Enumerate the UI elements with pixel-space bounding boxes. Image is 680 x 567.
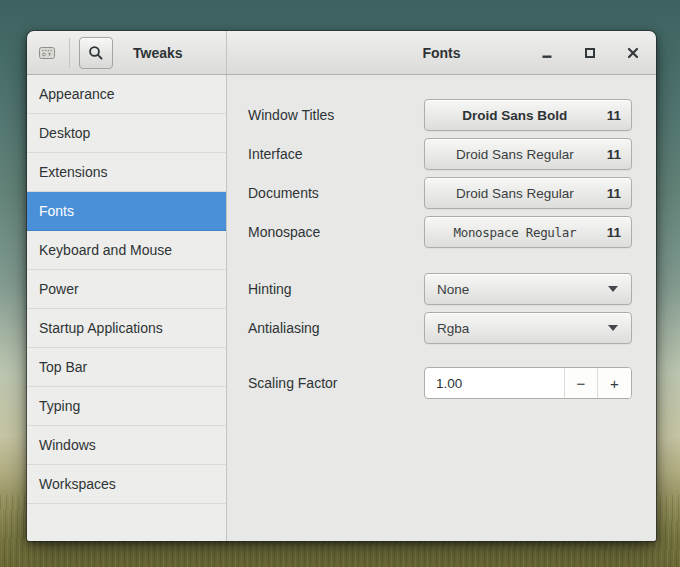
scaling-factor-value[interactable]: 1.00 — [425, 368, 564, 398]
sidebar-item-label: Fonts — [39, 203, 74, 219]
minimize-button[interactable] — [535, 41, 559, 65]
sidebar-item[interactable]: Extensions — [27, 153, 226, 192]
font-name: Droid Sans Regular — [425, 147, 605, 162]
sidebar-item[interactable]: Top Bar — [27, 348, 226, 387]
sidebar-item[interactable]: Typing — [27, 387, 226, 426]
sidebar-item[interactable]: Workspaces — [27, 465, 226, 504]
dropdown-button[interactable]: Rgba — [424, 312, 632, 344]
font-size: 11 — [605, 147, 631, 162]
font-size: 11 — [605, 108, 631, 123]
font-row-label: Monospace — [248, 224, 320, 240]
search-button[interactable] — [79, 37, 113, 69]
font-name: Monospace Regular — [425, 225, 605, 240]
rendering-settings-group: Hinting None Antialiasing Rgba — [248, 273, 632, 344]
scaling-factor-row: Scaling Factor 1.00 − + — [248, 367, 632, 399]
headerbar-left: Tweaks — [27, 31, 227, 74]
chevron-down-icon — [608, 325, 618, 331]
font-row-label: Interface — [248, 146, 302, 162]
font-size: 11 — [605, 186, 631, 201]
close-button[interactable] — [621, 41, 645, 65]
sidebar-item[interactable]: Appearance — [27, 75, 226, 114]
tweaks-app-icon — [36, 42, 58, 64]
fonts-page: Window Titles Droid Sans Bold 11 Interfa… — [227, 75, 656, 541]
font-name: Droid Sans Bold — [425, 108, 605, 123]
combo-row-label: Hinting — [248, 281, 292, 297]
app-title: Tweaks — [133, 45, 183, 61]
font-row: Monospace Monospace Regular 11 — [248, 216, 632, 248]
increase-button[interactable]: + — [597, 368, 631, 398]
headerbar: Tweaks Fonts — [27, 31, 656, 75]
maximize-icon — [582, 45, 598, 61]
dropdown-button[interactable]: None — [424, 273, 632, 305]
font-row: Window Titles Droid Sans Bold 11 — [248, 99, 632, 131]
combo-row: Hinting None — [248, 273, 632, 305]
desktop-wallpaper: Tweaks Fonts — [0, 0, 680, 567]
sidebar-item-label: Keyboard and Mouse — [39, 242, 172, 258]
tweaks-window: Tweaks Fonts — [27, 31, 656, 541]
sidebar-item-label: Appearance — [39, 86, 115, 102]
decrease-button[interactable]: − — [564, 368, 597, 398]
scaling-factor-spinner: 1.00 − + — [424, 367, 632, 399]
font-picker-button[interactable]: Droid Sans Bold 11 — [424, 99, 632, 131]
font-row: Interface Droid Sans Regular 11 — [248, 138, 632, 170]
combo-row-label: Antialiasing — [248, 320, 320, 336]
font-name: Droid Sans Regular — [425, 186, 605, 201]
sidebar: Appearance Desktop Extensions Fonts — [27, 75, 227, 541]
sidebar-item-label: Startup Applications — [39, 320, 163, 336]
sidebar-item[interactable]: Power — [27, 270, 226, 309]
sidebar-item-label: Desktop — [39, 125, 90, 141]
maximize-button[interactable] — [578, 41, 602, 65]
font-row-label: Documents — [248, 185, 319, 201]
combo-row: Antialiasing Rgba — [248, 312, 632, 344]
sidebar-item[interactable]: Keyboard and Mouse — [27, 231, 226, 270]
tweaks-app-icon-glyph — [37, 43, 57, 63]
scaling-factor-label: Scaling Factor — [248, 375, 337, 391]
headerbar-right: Fonts — [227, 31, 656, 74]
chevron-down-icon — [608, 286, 618, 292]
dropdown-selected-value: None — [425, 282, 608, 297]
font-picker-button[interactable]: Droid Sans Regular 11 — [424, 177, 632, 209]
sidebar-item-label: Top Bar — [39, 359, 87, 375]
window-body: Appearance Desktop Extensions Fonts — [27, 75, 656, 541]
font-settings-group: Window Titles Droid Sans Bold 11 Interfa… — [248, 99, 632, 248]
sidebar-item-label: Power — [39, 281, 79, 297]
sidebar-item-label: Windows — [39, 437, 96, 453]
font-size: 11 — [605, 225, 631, 240]
headerbar-divider — [69, 38, 70, 68]
minimize-icon — [539, 45, 555, 61]
sidebar-item[interactable]: Desktop — [27, 114, 226, 153]
sidebar-item[interactable]: Windows — [27, 426, 226, 465]
dropdown-selected-value: Rgba — [425, 321, 608, 336]
font-picker-button[interactable]: Monospace Regular 11 — [424, 216, 632, 248]
search-icon — [88, 45, 104, 61]
font-row: Documents Droid Sans Regular 11 — [248, 177, 632, 209]
page-title: Fonts — [422, 45, 460, 61]
sidebar-item[interactable]: Fonts — [27, 192, 226, 231]
font-row-label: Window Titles — [248, 107, 334, 123]
window-controls — [535, 31, 645, 74]
sidebar-item-label: Workspaces — [39, 476, 116, 492]
sidebar-item-label: Typing — [39, 398, 80, 414]
sidebar-item-label: Extensions — [39, 164, 107, 180]
sidebar-item[interactable]: Startup Applications — [27, 309, 226, 348]
font-picker-button[interactable]: Droid Sans Regular 11 — [424, 138, 632, 170]
close-icon — [625, 45, 641, 61]
